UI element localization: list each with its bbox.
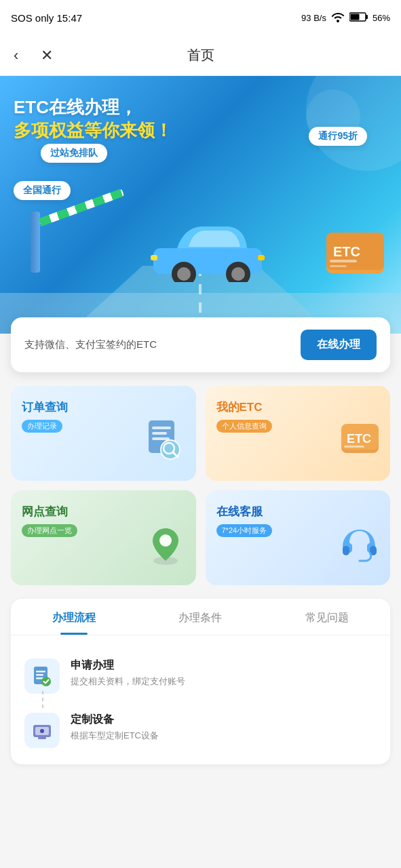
order-query-title: 订单查询	[22, 399, 185, 415]
speed-indicator: 93 B/s	[301, 13, 326, 23]
svg-rect-21	[152, 437, 170, 440]
wifi-icon	[330, 12, 345, 24]
status-bar: SOS only 15:47 93 B/s 56%	[0, 0, 401, 35]
svg-rect-31	[343, 546, 349, 555]
svg-rect-40	[38, 737, 46, 739]
cta-text: 支持微信、支付宝签约的ETC	[24, 338, 157, 351]
barrier-illustration	[31, 212, 40, 273]
tab-process[interactable]: 办理流程	[11, 599, 137, 635]
process-desc-1: 提交相关资料，绑定支付账号	[71, 675, 185, 688]
tab-faq[interactable]: 常见问题	[264, 599, 390, 635]
tabs-section: 办理流程 办理条件 常见问题 申请办理 提交相关资料，绑定支付账号	[11, 599, 390, 764]
my-etc-sub: 个人信息查询	[216, 420, 272, 433]
svg-rect-34	[36, 671, 45, 673]
svg-rect-17	[330, 265, 347, 267]
process-list: 申请办理 提交相关资料，绑定支付账号 定制设备 根据车型定制ETC设备	[11, 635, 390, 764]
online-service-icon	[336, 521, 383, 578]
battery-icon	[349, 12, 368, 24]
order-query-card[interactable]: 订单查询 办理记录	[11, 386, 196, 481]
svg-text:ETC: ETC	[333, 244, 360, 259]
svg-text:ETC: ETC	[347, 432, 371, 446]
nav-bar: ‹ ✕ 首页	[0, 35, 401, 76]
process-icon-apply	[24, 658, 60, 694]
svg-point-10	[231, 267, 245, 281]
badge-discount: 通行95折	[309, 127, 367, 146]
svg-rect-19	[152, 427, 171, 429]
badge-no-queue: 过站免排队	[41, 144, 107, 163]
outlet-query-icon	[142, 521, 189, 578]
process-desc-2: 根据车型定制ETC设备	[71, 730, 159, 742]
svg-rect-16	[330, 260, 357, 262]
tab-conditions[interactable]: 办理条件	[137, 599, 263, 635]
svg-rect-28	[344, 446, 364, 448]
process-title-2: 定制设备	[71, 713, 159, 727]
svg-rect-11	[151, 255, 157, 260]
badge-nationwide: 全国通行	[14, 181, 71, 200]
process-item-2: 定制设备 根据车型定制ETC设备	[24, 703, 377, 757]
svg-rect-2	[350, 14, 359, 20]
svg-rect-12	[258, 255, 265, 260]
outlet-query-title: 网点查询	[22, 504, 185, 519]
menu-grid: 订单查询 办理记录 我的ETC 个人信息查询 ETC	[0, 372, 401, 599]
process-title-1: 申请办理	[71, 658, 185, 673]
my-etc-icon: ETC	[336, 417, 383, 474]
status-time: SOS only 15:47	[11, 12, 82, 24]
outlet-query-card[interactable]: 网点查询 办理网点一览	[11, 490, 196, 585]
online-apply-button[interactable]: 在线办理	[301, 330, 377, 360]
page-title: 首页	[187, 46, 214, 64]
close-button[interactable]: ✕	[41, 47, 53, 64]
cta-strip: 支持微信、支付宝签约的ETC 在线办理	[11, 317, 390, 372]
car-illustration	[140, 214, 275, 285]
svg-point-41	[40, 729, 44, 733]
my-etc-title: 我的ETC	[216, 399, 380, 415]
online-service-sub: 7*24小时服务	[216, 524, 273, 537]
status-right: 93 B/s 56%	[301, 12, 390, 24]
process-icon-device	[24, 713, 60, 748]
svg-rect-1	[366, 15, 368, 19]
svg-rect-20	[152, 432, 167, 435]
process-item-1: 申请办理 提交相关资料，绑定支付账号	[24, 649, 377, 703]
svg-rect-35	[36, 674, 43, 676]
battery-percent: 56%	[373, 13, 390, 23]
etc-card-illustration: ETC	[326, 233, 387, 279]
outlet-query-sub: 办理网点一览	[22, 524, 77, 537]
order-query-sub: 办理记录	[22, 420, 62, 433]
svg-point-8	[177, 267, 191, 281]
online-service-card[interactable]: 在线客服 7*24小时服务	[206, 490, 391, 585]
my-etc-card[interactable]: 我的ETC 个人信息查询 ETC	[206, 386, 391, 481]
order-query-icon	[142, 417, 189, 474]
svg-point-30	[159, 534, 172, 547]
online-service-title: 在线客服	[216, 504, 380, 519]
back-button[interactable]: ‹	[14, 47, 18, 64]
tabs-header: 办理流程 办理条件 常见问题	[11, 599, 390, 635]
banner: ETC在线办理， 多项权益等你来领！ 过站免排队 通行95折 全国通行	[0, 76, 401, 334]
